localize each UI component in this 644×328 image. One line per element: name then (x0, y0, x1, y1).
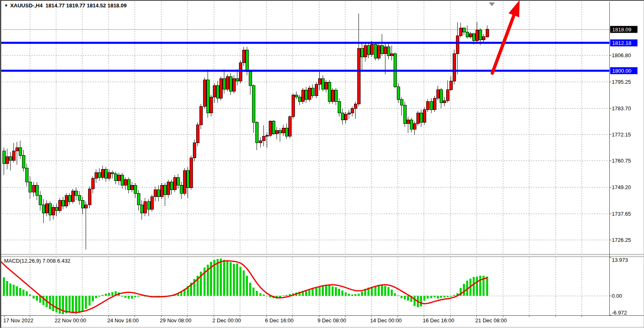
candle-body (98, 173, 101, 177)
candle-body (466, 32, 469, 37)
candle-body (140, 205, 143, 213)
price-axis-label-1726.25: 1726.25 (612, 237, 640, 243)
candle-body (370, 45, 373, 55)
candle-body (12, 151, 15, 160)
candle-body (269, 121, 272, 136)
pane-separator[interactable] (1, 254, 644, 257)
horizontal-line-1800.00[interactable] (1, 70, 609, 72)
candle-body (45, 204, 48, 213)
candle-body (134, 185, 137, 194)
candle-body (374, 45, 377, 58)
chart-shift-marker (489, 2, 495, 6)
candle-body (49, 204, 51, 215)
candle-body (2, 151, 5, 164)
candle-body (436, 89, 439, 98)
candle-body (255, 122, 258, 143)
price-axis-label-1737.65: 1737.65 (612, 211, 640, 217)
vertical-gridlines (30, 2, 582, 315)
candle-body (364, 45, 367, 57)
candle-body (305, 90, 308, 99)
time-axis-label-9: 21 Dec 08:00 (475, 317, 507, 324)
candle-body (111, 173, 114, 174)
candle-body (160, 185, 163, 197)
price-axis-label-1783.70: 1783.70 (612, 105, 640, 111)
candle-body (443, 100, 446, 103)
candle-body (400, 99, 403, 105)
candle-body (71, 191, 74, 201)
candle-body (193, 143, 196, 158)
candle-body (262, 136, 265, 141)
horizontal-gridlines (2, 56, 609, 240)
candle-body (311, 88, 314, 96)
candle-body (232, 79, 235, 91)
candle-body (318, 79, 321, 85)
horizontal-line-1812.18[interactable] (1, 42, 609, 44)
candle-body (127, 180, 130, 190)
chart-title: ▼XAUUSD-,H4 1814.77 1819.77 1814.52 1818… (4, 2, 126, 9)
candle-body (199, 106, 202, 125)
candle-body (75, 191, 77, 196)
candle-body (403, 105, 406, 123)
candle-body (223, 79, 226, 89)
candle-body (177, 177, 179, 185)
candle-body (328, 82, 331, 102)
candle-body (308, 88, 311, 99)
candle-body (15, 147, 18, 151)
candle-body (367, 45, 370, 54)
candle-body (440, 89, 443, 103)
candle-body (298, 97, 301, 102)
candle-body (62, 200, 64, 206)
candle-body (469, 33, 472, 37)
candle-body (78, 196, 81, 200)
candle-body (108, 173, 111, 179)
candle-body (84, 205, 87, 208)
time-axis-label-7: 14 Dec 00:00 (370, 317, 402, 324)
candle-body (144, 201, 146, 213)
candle-body (347, 113, 350, 114)
candle-body (453, 54, 456, 81)
candle-body (482, 37, 485, 40)
price-axis-label-1749.20: 1749.20 (612, 184, 640, 190)
candle-body (226, 76, 229, 89)
candle-body (430, 102, 433, 110)
candle-body (331, 90, 334, 102)
symbol-dropdown-icon[interactable]: ▼ (4, 3, 8, 8)
candle-body (357, 49, 360, 104)
candle-body (249, 72, 252, 86)
candle-body (266, 135, 268, 136)
candle-body (68, 196, 71, 201)
candle-body (55, 207, 58, 210)
candle-body (397, 87, 400, 99)
candle-body (32, 185, 35, 192)
candle-body (19, 147, 22, 156)
candle-body (486, 29, 489, 37)
candle-body (124, 180, 127, 185)
candle-body (377, 45, 380, 58)
candle-body (29, 182, 31, 192)
candle-body (387, 47, 390, 56)
trend-arrow[interactable] (492, 1, 520, 73)
chart-canvas[interactable] (1, 1, 644, 328)
candle-body (351, 109, 354, 113)
time-axis-label-0: 17 Nov 2022 (3, 317, 33, 324)
candle-body (354, 104, 357, 109)
candle-body (150, 197, 153, 210)
time-axis-label-5: 6 Dec 16:00 (265, 317, 294, 324)
chart-title-ohlc: 1814.77 1819.77 1814.52 1818.09 (46, 2, 127, 9)
candle-body (239, 63, 242, 81)
candle-body (292, 95, 294, 116)
candle-body (219, 79, 222, 98)
candle-body (282, 128, 285, 133)
candle-body (325, 82, 328, 89)
candle-body (426, 102, 429, 110)
candle-body (410, 120, 413, 129)
candle-body (423, 110, 426, 123)
candle-body (229, 76, 232, 91)
candle-body (361, 49, 363, 57)
chart-window: ▼XAUUSD-,H4 1814.77 1819.77 1814.52 1818… (0, 0, 644, 328)
candle-body (203, 80, 206, 107)
time-axis-label-8: 16 Dec 16:00 (423, 317, 454, 324)
candlestick-series (2, 13, 489, 249)
candle-body (131, 185, 133, 190)
candle-body (58, 200, 61, 210)
